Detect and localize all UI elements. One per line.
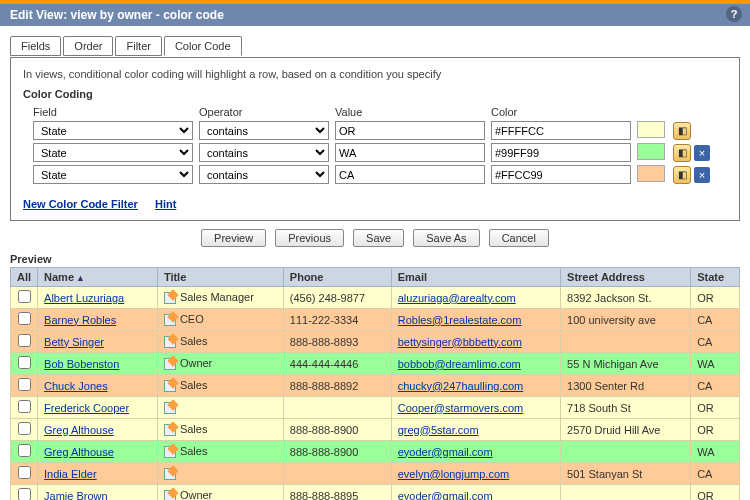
action-buttons: Preview Previous Save Save As Cancel [0, 229, 750, 247]
name-link[interactable]: Greg Althouse [44, 446, 114, 458]
color-swatch [637, 121, 665, 138]
edit-icon[interactable] [164, 402, 176, 414]
edit-icon[interactable] [164, 490, 176, 500]
rule-value-input[interactable] [335, 121, 485, 140]
rule-field-select[interactable]: State [33, 121, 193, 140]
col-email[interactable]: Email [391, 268, 560, 287]
rule-operator-select[interactable]: contains [199, 165, 329, 184]
table-row: Albert LuzuriagaSales Manager(456) 248-9… [11, 287, 740, 309]
phone-text [283, 463, 391, 485]
rule-color-input[interactable] [491, 165, 631, 184]
row-checkbox[interactable] [18, 400, 31, 413]
name-link[interactable]: Betty Singer [44, 336, 104, 348]
page-header: Edit View: view by owner - color code ? [0, 4, 750, 26]
name-link[interactable]: Barney Robles [44, 314, 116, 326]
name-link[interactable]: India Elder [44, 468, 97, 480]
name-link[interactable]: Greg Althouse [44, 424, 114, 436]
color-picker-icon[interactable]: ◧ [673, 122, 691, 140]
tab-filter[interactable]: Filter [115, 36, 161, 56]
email-link[interactable]: chucky@247haulling.com [398, 380, 524, 392]
address-text [561, 485, 691, 501]
email-link[interactable]: evelyn@longjump.com [398, 468, 509, 480]
edit-icon[interactable] [164, 468, 176, 480]
edit-icon[interactable] [164, 358, 176, 370]
email-link[interactable]: eyoder@gmail.com [398, 446, 493, 458]
hint-link[interactable]: Hint [155, 198, 176, 210]
color-picker-icon[interactable]: ◧ [673, 144, 691, 162]
phone-text: 888-888-8900 [283, 441, 391, 463]
email-link[interactable]: Cooper@starmovers.com [398, 402, 523, 414]
cancel-button[interactable]: Cancel [489, 229, 549, 247]
email-link[interactable]: greg@5star.com [398, 424, 479, 436]
row-checkbox[interactable] [18, 378, 31, 391]
save-as-button[interactable]: Save As [413, 229, 479, 247]
name-link[interactable]: Jamie Brown [44, 490, 108, 501]
table-row: Greg AlthouseSales888-888-8900eyoder@gma… [11, 441, 740, 463]
rule-field-select[interactable]: State [33, 143, 193, 162]
name-link[interactable]: Albert Luzuriaga [44, 292, 124, 304]
preview-button[interactable]: Preview [201, 229, 266, 247]
edit-icon[interactable] [164, 380, 176, 392]
email-link[interactable]: aluzuriaga@arealty.com [398, 292, 516, 304]
rule-value-input[interactable] [335, 165, 485, 184]
col-state[interactable]: State [691, 268, 740, 287]
col-all[interactable]: All [11, 268, 38, 287]
title-text: Owner [180, 489, 212, 500]
delete-rule-icon[interactable]: × [694, 145, 710, 161]
col-name[interactable]: Name▲ [38, 268, 158, 287]
save-button[interactable]: Save [353, 229, 404, 247]
rule-color-input[interactable] [491, 143, 631, 162]
col-title[interactable]: Title [157, 268, 283, 287]
name-link[interactable]: Frederick Cooper [44, 402, 129, 414]
row-checkbox[interactable] [18, 312, 31, 325]
state-text: OR [691, 287, 740, 309]
edit-icon[interactable] [164, 336, 176, 348]
tab-strip: FieldsOrderFilterColor Code [10, 36, 740, 58]
row-checkbox[interactable] [18, 356, 31, 369]
email-link[interactable]: Robles@1realestate.com [398, 314, 522, 326]
state-text: CA [691, 309, 740, 331]
row-checkbox[interactable] [18, 466, 31, 479]
email-link[interactable]: eyoder@gmail.com [398, 490, 493, 501]
email-link[interactable]: bettysinger@bbbetty.com [398, 336, 522, 348]
col-phone[interactable]: Phone [283, 268, 391, 287]
rule-operator-select[interactable]: contains [199, 143, 329, 162]
rule-field-select[interactable]: State [33, 165, 193, 184]
help-icon[interactable]: ? [726, 6, 742, 22]
row-checkbox[interactable] [18, 334, 31, 347]
rule-value-input[interactable] [335, 143, 485, 162]
row-checkbox[interactable] [18, 444, 31, 457]
edit-icon[interactable] [164, 292, 176, 304]
head-value: Value [335, 106, 485, 118]
color-rule-row: Statecontains◧× [33, 143, 727, 162]
col-address[interactable]: Street Address [561, 268, 691, 287]
delete-rule-icon[interactable]: × [694, 167, 710, 183]
table-row: Bob BobenstonOwner444-444-4446bobbob@dre… [11, 353, 740, 375]
previous-button[interactable]: Previous [275, 229, 344, 247]
color-picker-icon[interactable]: ◧ [673, 166, 691, 184]
email-link[interactable]: bobbob@dreamlimo.com [398, 358, 521, 370]
phone-text: 888-888-8892 [283, 375, 391, 397]
edit-icon[interactable] [164, 314, 176, 326]
edit-icon[interactable] [164, 446, 176, 458]
new-color-code-filter-link[interactable]: New Color Code Filter [23, 198, 138, 210]
address-text: 2570 Druid Hill Ave [561, 419, 691, 441]
name-link[interactable]: Bob Bobenston [44, 358, 119, 370]
row-checkbox[interactable] [18, 290, 31, 303]
phone-text [283, 397, 391, 419]
head-operator: Operator [199, 106, 329, 118]
tab-color-code[interactable]: Color Code [164, 36, 242, 56]
row-checkbox[interactable] [18, 488, 31, 500]
row-checkbox[interactable] [18, 422, 31, 435]
name-link[interactable]: Chuck Jones [44, 380, 108, 392]
rule-operator-select[interactable]: contains [199, 121, 329, 140]
edit-icon[interactable] [164, 424, 176, 436]
tab-order[interactable]: Order [63, 36, 113, 56]
state-text: CA [691, 463, 740, 485]
tab-fields[interactable]: Fields [10, 36, 61, 56]
state-text: WA [691, 441, 740, 463]
rule-color-input[interactable] [491, 121, 631, 140]
rule-header: Field Operator Value Color [33, 106, 727, 118]
title-text: Sales [180, 379, 208, 391]
title-text: Sales [180, 423, 208, 435]
